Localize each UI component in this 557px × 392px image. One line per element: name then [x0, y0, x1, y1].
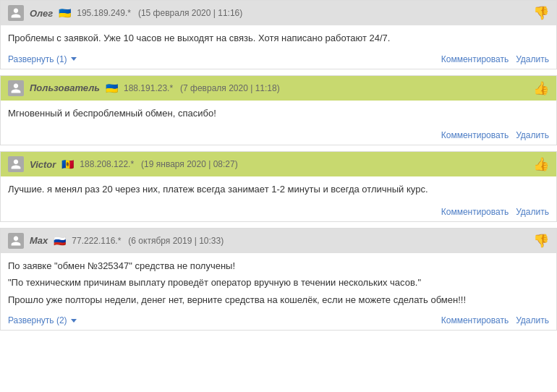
- review-block-max: Max 🇷🇺 77.222.116.* (6 октября 2019 | 10…: [0, 228, 557, 331]
- flag-polzovatel: 🇺🇦: [106, 82, 118, 94]
- review-text-line: "По техническим причинам выплату проведё…: [8, 276, 549, 290]
- user-avatar-polzovatel: [8, 80, 24, 96]
- review-header-oleg: Олег 🇺🇦 195.189.249.* (15 февраля 2020 |…: [1, 1, 556, 25]
- chevron-down-icon: [71, 319, 77, 323]
- review-block-victor: Victor 🇲🇩 188.208.122.* (19 января 2020 …: [0, 151, 557, 222]
- review-text-line: Проблемы с заявкой. Уже 10 часов не выхо…: [8, 31, 549, 46]
- comment-link-max[interactable]: Комментировать: [441, 315, 509, 325]
- review-body-max: По заявке "обмен №325347" средства не по…: [1, 253, 556, 315]
- chevron-down-icon: [71, 57, 77, 61]
- thumbs-neutral-icon: 👎: [533, 233, 549, 249]
- ip-date-polzovatel: 188.191.23.* (7 февраля 2020 | 11:18): [124, 83, 280, 93]
- review-text-line: По заявке "обмен №325347" средства не по…: [8, 259, 549, 273]
- flag-victor: 🇲🇩: [61, 158, 74, 170]
- username-victor: Victor: [30, 159, 56, 170]
- review-footer-polzovatel: Комментировать Удалить: [1, 127, 556, 145]
- user-avatar-oleg: [8, 5, 24, 21]
- comment-link-victor[interactable]: Комментировать: [441, 207, 509, 217]
- ip-date-max: 77.222.116.* (6 октября 2019 | 10:33): [72, 236, 224, 246]
- review-header-polzovatel: Пользователь 🇺🇦 188.191.23.* (7 февраля …: [1, 76, 556, 101]
- expand-link-max[interactable]: Развернуть (2): [8, 315, 77, 325]
- username-oleg: Олег: [30, 8, 53, 19]
- review-body-polzovatel: Мгновенный и беспроблемный обмен, спасиб…: [1, 101, 556, 128]
- action-links-max: Комментировать Удалить: [441, 315, 549, 325]
- review-text-line: Лучшие. я менял раз 20 через них, платеж…: [8, 182, 549, 197]
- review-body-oleg: Проблемы с заявкой. Уже 10 часов не выхо…: [1, 25, 556, 53]
- review-header-max: Max 🇷🇺 77.222.116.* (6 октября 2019 | 10…: [1, 229, 556, 253]
- action-links-oleg: Комментировать Удалить: [441, 54, 549, 64]
- ip-date-victor: 188.208.122.* (19 января 2020 | 08:27): [80, 159, 237, 169]
- ip-date-oleg: 195.189.249.* (15 февраля 2020 | 11:16): [77, 8, 242, 18]
- review-footer-oleg: Развернуть (1) Комментировать Удалить: [1, 53, 556, 69]
- comment-link-polzovatel[interactable]: Комментировать: [441, 130, 509, 140]
- user-avatar-max: [8, 233, 24, 249]
- delete-link-oleg[interactable]: Удалить: [516, 54, 549, 64]
- thumbs-neutral-icon: 👎: [533, 5, 549, 21]
- delete-link-polzovatel[interactable]: Удалить: [516, 130, 549, 140]
- review-footer-victor: Комментировать Удалить: [1, 204, 556, 221]
- review-body-victor: Лучшие. я менял раз 20 через них, платеж…: [1, 176, 556, 204]
- flag-max: 🇷🇺: [54, 235, 66, 247]
- flag-oleg: 🇺🇦: [59, 7, 71, 19]
- delete-link-victor[interactable]: Удалить: [516, 207, 549, 217]
- expand-link-oleg[interactable]: Развернуть (1): [8, 54, 77, 64]
- delete-link-max[interactable]: Удалить: [516, 315, 549, 325]
- review-block-oleg: Олег 🇺🇦 195.189.249.* (15 февраля 2020 |…: [0, 0, 557, 69]
- username-max: Max: [30, 235, 48, 246]
- username-polzovatel: Пользователь: [30, 82, 100, 93]
- user-avatar-victor: [8, 156, 24, 172]
- comment-link-oleg[interactable]: Комментировать: [441, 54, 509, 64]
- review-text-line: Мгновенный и беспроблемный обмен, спасиб…: [8, 106, 549, 121]
- review-block-polzovatel: Пользователь 🇺🇦 188.191.23.* (7 февраля …: [0, 75, 557, 146]
- review-text-line: Прошло уже полторы недели, денег нет, ве…: [8, 293, 549, 307]
- thumbs-up-icon: 👍: [533, 156, 549, 172]
- thumbs-up-icon: 👍: [533, 80, 549, 96]
- review-footer-max: Развернуть (2) Комментировать Удалить: [1, 314, 556, 330]
- review-header-victor: Victor 🇲🇩 188.208.122.* (19 января 2020 …: [1, 152, 556, 176]
